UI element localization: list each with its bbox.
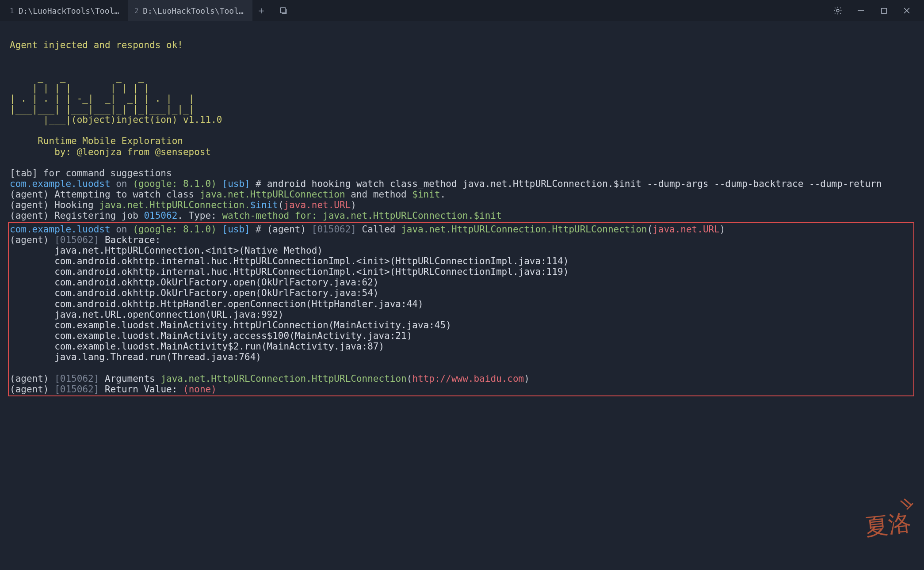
command-text: android hooking watch class_method java.… — [267, 179, 882, 189]
maximize-icon — [881, 8, 887, 14]
return-line: (agent) [015062] Return Value: (none) — [10, 384, 217, 395]
hook-line: (agent) Hooking java.net.HttpURLConnecti… — [10, 200, 356, 210]
tab-index: 1 — [10, 7, 14, 15]
svg-rect-3 — [881, 8, 886, 13]
highlighted-output: com.example.luodst on (google: 8.1.0) [u… — [8, 222, 914, 396]
backtrace-lines: java.net.HttpURLConnection.<init>(Native… — [10, 245, 569, 362]
minimize-icon — [857, 7, 864, 14]
backtrace-header: (agent) [015062] Backtrace: — [10, 235, 160, 245]
register-line: (agent) Registering job 015062. Type: wa… — [10, 210, 502, 221]
call-line: com.example.luodst on (google: 8.1.0) [u… — [10, 224, 725, 235]
titlebar: 1 D:\LuoHackTools\Tool... 2 D:\LuoHackTo… — [0, 0, 924, 21]
tab-index: 2 — [134, 7, 139, 15]
ascii-banner: _ _ _ _ ___| |_|_|___ ___| |_|_|___ ___ … — [10, 72, 222, 157]
minimize-button[interactable] — [855, 5, 867, 16]
svg-point-1 — [836, 9, 839, 12]
tab-strip: 1 D:\LuoHackTools\Tool... 2 D:\LuoHackTo… — [4, 0, 832, 21]
tab-label: D:\LuoHackTools\Tool... — [19, 6, 120, 15]
tabs-icon — [279, 6, 288, 15]
maximize-button[interactable] — [878, 5, 890, 16]
gear-icon — [833, 6, 843, 15]
terminal-output[interactable]: Agent injected and responds ok! _ _ _ _ … — [0, 21, 924, 415]
tabs-dropdown-button[interactable] — [277, 4, 290, 17]
svg-text:夏洛: 夏洛 — [864, 510, 912, 540]
tab-label: D:\LuoHackTools\Tool... — [143, 6, 244, 15]
settings-button[interactable] — [832, 5, 844, 16]
close-button[interactable] — [901, 5, 913, 16]
attempt-line: (agent) Attempting to watch class java.n… — [10, 189, 446, 200]
new-tab-button[interactable]: ＋ — [255, 4, 267, 17]
agent-injected-line: Agent injected and responds ok! — [10, 40, 183, 50]
prompt-line-1: com.example.luodst on (google: 8.1.0) [u… — [10, 179, 882, 189]
window-controls — [832, 5, 920, 16]
arguments-line: (agent) [015062] Arguments java.net.Http… — [10, 373, 530, 384]
tab-2[interactable]: 2 D:\LuoHackTools\Tool... — [128, 0, 253, 21]
tab-1[interactable]: 1 D:\LuoHackTools\Tool... — [4, 0, 128, 21]
svg-rect-0 — [281, 8, 286, 13]
watermark: 夏洛 — [859, 498, 916, 549]
tab-hint: [tab] for command suggestions — [10, 168, 172, 179]
close-icon — [903, 7, 910, 14]
